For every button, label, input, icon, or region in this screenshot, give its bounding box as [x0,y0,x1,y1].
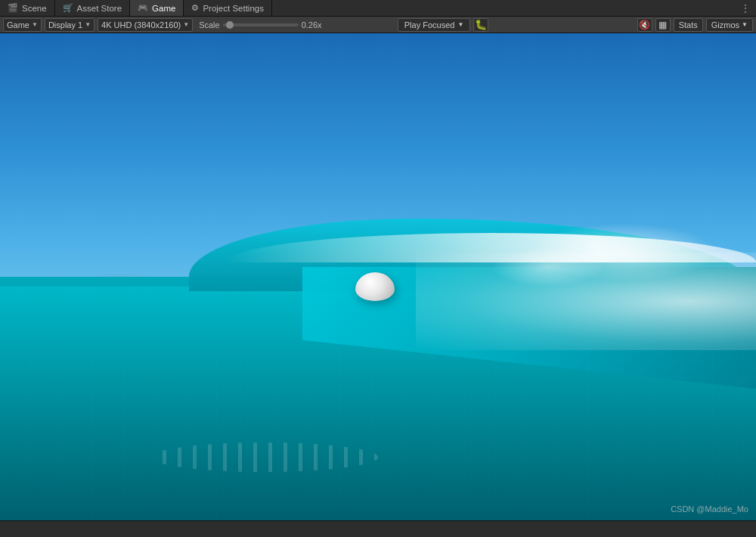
toolbar-center: Play Focused ▼ 🐛 [398,18,489,32]
tab-project-settings-label: Project Settings [203,4,264,13]
scale-slider-thumb[interactable] [226,21,234,29]
play-focused-arrow: ▼ [457,21,463,28]
display-select-label: Display 1 [48,20,82,29]
tab-game-label: Game [152,4,175,13]
play-focused-button[interactable]: Play Focused ▼ [398,18,471,32]
game-select[interactable]: Game ▼ [3,18,42,32]
stats-button[interactable]: Stats [674,18,703,32]
scale-label: Scale [199,20,220,29]
resolution-select-label: 4K UHD (3840x2160) [101,20,181,29]
grid-button[interactable]: ▦ [655,18,671,32]
tab-more-button[interactable]: ⋮ [735,0,756,16]
game-icon: 🎮 [138,3,148,13]
tab-scene[interactable]: 🎬 Scene [0,0,55,16]
foam-right [416,253,756,350]
buoy [355,272,401,303]
gizmos-arrow: ▼ [742,21,748,28]
buoy-shape [355,272,395,301]
resolution-select-arrow: ▼ [183,21,189,28]
display-select[interactable]: Display 1 ▼ [45,18,94,32]
tab-project-settings[interactable]: ⚙ Project Settings [184,0,272,16]
gizmos-label: Gizmos [711,20,739,29]
grid-icon: ▦ [658,20,667,30]
toolbar-right: 🔇 ▦ Stats Gizmos ▼ [637,18,753,32]
display-select-arrow: ▼ [85,21,91,28]
scene-icon: 🎬 [8,3,18,13]
foam-streaks [151,442,378,472]
game-select-arrow: ▼ [32,21,38,28]
status-bar [0,520,756,537]
tab-scene-label: Scene [22,4,47,13]
audio-icon: 🔇 [639,20,650,30]
watermark-text: CSDN @Maddie_Mo [671,504,748,514]
resolution-select[interactable]: 4K UHD (3840x2160) ▼ [98,18,193,32]
tab-asset-store[interactable]: 🛒 Asset Store [55,0,130,16]
tab-game[interactable]: 🎮 Game [130,0,184,16]
asset-store-icon: 🛒 [63,3,73,13]
watermark: CSDN @Maddie_Mo [671,504,748,514]
audio-button[interactable]: 🔇 [637,18,652,32]
gizmos-button[interactable]: Gizmos ▼ [706,18,753,32]
play-focused-label: Play Focused [404,20,455,29]
project-settings-icon: ⚙ [191,3,199,13]
tab-asset-store-label: Asset Store [77,4,122,13]
toolbar: Game ▼ Display 1 ▼ 4K UHD (3840x2160) ▼ … [0,17,756,33]
viewport[interactable]: CSDN @Maddie_Mo [0,33,756,520]
bug-icon-button[interactable]: 🐛 [473,18,488,32]
ocean-scene: CSDN @Maddie_Mo [0,33,756,520]
stats-label: Stats [679,20,698,29]
scale-container: Scale 0.26x [199,20,321,29]
tab-bar: 🎬 Scene 🛒 Asset Store 🎮 Game ⚙ Project S… [0,0,756,17]
water-texture [0,350,756,520]
scale-value: 0.26x [302,20,322,29]
scale-slider[interactable] [223,23,299,26]
game-select-label: Game [7,20,29,29]
bug-icon: 🐛 [475,19,487,30]
